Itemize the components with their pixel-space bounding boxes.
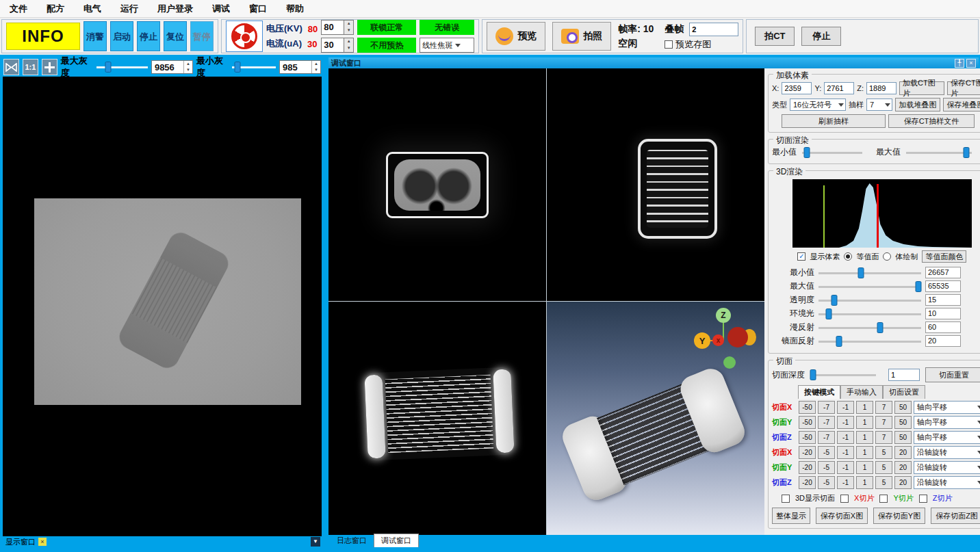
slice-mode-select[interactable]: 轴向平移 <box>914 431 980 444</box>
volume-3d-viewport[interactable]: Z Y x <box>547 302 764 535</box>
tab-display-window[interactable]: 显示窗口 <box>5 537 36 547</box>
save-stack-button[interactable]: 保存堆叠图 <box>943 98 980 111</box>
slider-value[interactable]: 10 <box>925 308 961 319</box>
slice-step-button[interactable]: 7 <box>875 416 892 429</box>
slider[interactable] <box>818 295 921 306</box>
load-ct-image-button[interactable]: 加载CT图片 <box>899 81 944 95</box>
close-icon[interactable]: × <box>966 59 976 68</box>
slice-step-button[interactable]: -7 <box>818 416 835 429</box>
isosurface-radio[interactable] <box>844 252 852 261</box>
voltage-spinner[interactable]: 80 ▲▼ <box>321 20 354 35</box>
slice-step-button[interactable]: -1 <box>837 401 854 414</box>
slice-mode-select[interactable]: 沿轴旋转 <box>914 461 980 474</box>
one-to-one-zoom-icon[interactable]: 1:1 <box>23 59 38 75</box>
save-slice-x-button[interactable]: 保存切面X图 <box>816 508 868 524</box>
slider[interactable] <box>818 336 921 347</box>
slice-step-button[interactable]: -20 <box>799 476 816 489</box>
tab-log-window[interactable]: 日志窗口 <box>330 534 374 547</box>
slice-step-button[interactable]: -50 <box>799 431 816 444</box>
max-gray-slider[interactable] <box>96 62 148 73</box>
slice-mode-select[interactable]: 轴向平移 <box>914 416 980 429</box>
tab-key-mode[interactable]: 按键模式 <box>798 385 840 399</box>
pause-button[interactable]: 暂停 <box>190 21 214 51</box>
save-slice-y-button[interactable]: 保存切面Y图 <box>873 508 925 524</box>
tab-list-dropdown-button[interactable]: ▼ <box>311 537 320 547</box>
slice-step-button[interactable]: 1 <box>856 416 873 429</box>
ct-slice-viewport-yz[interactable] <box>547 68 764 301</box>
slice-step-button[interactable]: -1 <box>837 461 854 474</box>
slice-step-button[interactable]: 20 <box>894 461 912 474</box>
isosurface-color-button[interactable]: 等值面颜色 <box>922 250 966 263</box>
menu-window[interactable]: 窗口 <box>240 0 276 18</box>
show-3d-slice-checkbox[interactable] <box>782 495 790 503</box>
max-gray-spinner[interactable]: 9856 ▲▼ <box>151 60 193 74</box>
slider-value[interactable]: 60 <box>925 321 961 333</box>
min-gray-arrows[interactable]: ▲▼ <box>311 61 320 73</box>
slice-step-button[interactable]: 7 <box>875 401 892 414</box>
menu-user-login[interactable]: 用户登录 <box>148 0 203 18</box>
slice-step-button[interactable]: 5 <box>875 476 892 489</box>
voltage-spinner-arrows[interactable]: ▲▼ <box>344 20 354 35</box>
slice-step-button[interactable]: 1 <box>856 476 873 489</box>
x-size-input[interactable] <box>782 82 812 94</box>
crosshair-icon[interactable] <box>42 59 57 75</box>
menu-electrical[interactable]: 电气 <box>74 0 111 18</box>
ct-slice-viewport-xy[interactable] <box>328 68 546 301</box>
slice-step-button[interactable]: 5 <box>875 461 892 474</box>
volume-render-radio[interactable] <box>883 252 891 261</box>
slice-step-button[interactable]: -1 <box>837 446 854 459</box>
slice-step-button[interactable]: 5 <box>875 446 892 459</box>
slider-value[interactable]: 26657 <box>925 267 961 278</box>
start-button[interactable]: 启动 <box>110 21 133 51</box>
z-slice-checkbox[interactable] <box>919 495 927 503</box>
slice-step-button[interactable]: -7 <box>818 431 835 444</box>
slice-mode-select[interactable]: 沿轴旋转 <box>914 476 980 489</box>
slider-value[interactable]: 20 <box>925 335 961 347</box>
slice-step-button[interactable]: 7 <box>875 431 892 444</box>
tab-slice-settings[interactable]: 切面设置 <box>883 385 925 399</box>
ct-stop-button[interactable]: 停止 <box>801 27 841 46</box>
sample-select[interactable]: 7 <box>866 98 892 111</box>
close-tab-icon[interactable]: × <box>38 538 47 546</box>
capture-button[interactable]: 拍照 <box>552 22 611 51</box>
menu-help[interactable]: 帮助 <box>276 0 313 18</box>
x-slice-checkbox[interactable] <box>840 495 849 503</box>
show-voxel-checkbox[interactable]: ✓ <box>797 252 805 261</box>
slice-step-button[interactable]: -5 <box>818 446 835 459</box>
slice-step-button[interactable]: 20 <box>894 446 912 459</box>
slice-step-button[interactable]: -50 <box>799 416 816 429</box>
preview-save-checkbox[interactable] <box>665 40 673 49</box>
slice-step-button[interactable]: 50 <box>894 431 912 444</box>
ct-capture-button[interactable]: 拍CT <box>755 27 795 46</box>
reset-button[interactable]: 复位 <box>164 21 187 51</box>
menu-recipe[interactable]: 配方 <box>37 0 74 18</box>
fit-view-icon[interactable] <box>3 59 19 75</box>
slice-depth-input[interactable] <box>888 369 920 381</box>
slider-value[interactable]: 65535 <box>925 280 961 292</box>
slice-mode-select[interactable]: 轴向平移 <box>914 401 980 414</box>
tab-manual-input[interactable]: 手动输入 <box>840 385 883 399</box>
slice-step-button[interactable]: 1 <box>856 401 873 414</box>
slider[interactable] <box>818 308 921 319</box>
save-slice-z-button[interactable]: 保存切面Z图 <box>931 508 980 524</box>
ct-slice-viewport-xz[interactable] <box>328 302 546 535</box>
slice-step-button[interactable]: -20 <box>799 461 816 474</box>
slice-step-button[interactable]: -7 <box>818 401 835 414</box>
slice-step-button[interactable]: -1 <box>837 431 854 444</box>
y-slice-checkbox[interactable] <box>879 495 888 503</box>
slice-reset-button[interactable]: 切面重置 <box>925 367 980 382</box>
stop-button[interactable]: 停止 <box>137 21 160 51</box>
menu-file[interactable]: 文件 <box>0 0 37 18</box>
slice-step-button[interactable]: 50 <box>894 401 912 414</box>
menu-debug[interactable]: 调试 <box>203 0 240 18</box>
max-gray-arrows[interactable]: ▲▼ <box>183 61 192 73</box>
xray-source-button[interactable] <box>226 21 263 52</box>
slice-step-button[interactable]: 1 <box>856 431 873 444</box>
menu-run[interactable]: 运行 <box>111 0 148 18</box>
slider[interactable] <box>818 322 921 333</box>
min-gray-slider[interactable] <box>232 62 276 73</box>
slice-min-slider[interactable] <box>802 147 862 158</box>
radiograph-viewport[interactable] <box>3 77 322 536</box>
show-all-button[interactable]: 整体显示 <box>772 508 810 524</box>
alarm-clear-button[interactable]: 消警 <box>83 21 107 51</box>
